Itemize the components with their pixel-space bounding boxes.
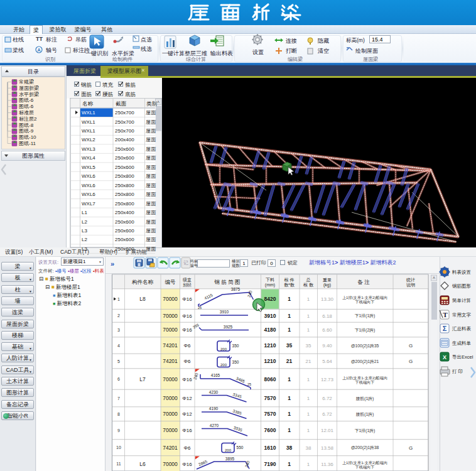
svg-text:屋面: 屋面: [146, 155, 156, 161]
svg-text:根 件: 根 件: [284, 278, 295, 283]
svg-text:1210: 1210: [264, 358, 276, 364]
svg-text:25: 25: [198, 306, 202, 310]
svg-text:6.18: 6.18: [322, 313, 332, 319]
svg-text:250x800: 250x800: [115, 192, 134, 197]
svg-text:3925: 3925: [224, 325, 233, 329]
svg-text:屋面: 屋面: [146, 228, 156, 234]
svg-text:250x600: 250x600: [115, 228, 134, 234]
svg-text:1: 1: [307, 313, 310, 319]
svg-text:1: 1: [288, 327, 291, 333]
svg-text:250x600: 250x600: [115, 246, 134, 252]
svg-text:WXL6: WXL6: [82, 173, 95, 179]
svg-text:WXL4: WXL4: [82, 155, 95, 161]
svg-text:总: 总: [306, 278, 311, 282]
svg-text:L2: L2: [82, 219, 87, 225]
svg-text:WXL2: WXL2: [82, 137, 95, 143]
svg-text:(kg): (kg): [323, 283, 331, 288]
svg-text:WXL5: WXL5: [82, 165, 95, 170]
svg-text:屋面: 屋面: [146, 210, 156, 215]
svg-text:级直: 级直: [183, 278, 192, 282]
svg-text:4270: 4270: [210, 423, 219, 428]
svg-text:屋面: 屋面: [146, 173, 156, 179]
svg-text:4180: 4180: [264, 327, 276, 333]
svg-text:˄: ˄: [157, 100, 160, 104]
svg-text:1: 1: [288, 376, 291, 382]
svg-text:WXL3: WXL3: [82, 146, 95, 152]
svg-text:21: 21: [306, 359, 311, 364]
svg-text:250x800: 250x800: [115, 201, 134, 207]
svg-text:70000: 70000: [163, 395, 178, 401]
svg-text:下线端向下: 下线端向下: [355, 300, 375, 305]
svg-text:WXL6: WXL6: [82, 192, 95, 197]
svg-text:屋面: 屋面: [146, 128, 156, 134]
svg-text:1: 1: [288, 427, 291, 433]
svg-text:35: 35: [286, 342, 293, 349]
svg-text:70000: 70000: [163, 376, 178, 382]
svg-text:38: 38: [306, 445, 311, 451]
svg-text:WXL1: WXL1: [82, 128, 95, 134]
svg-text:1: 1: [307, 411, 310, 417]
svg-text:1: 1: [307, 428, 310, 433]
svg-text:250x600: 250x600: [115, 219, 134, 225]
svg-text:下线端向下: 下线端向下: [355, 465, 375, 470]
svg-text:编号: 编号: [165, 279, 176, 285]
svg-text:1: 1: [288, 296, 291, 302]
svg-text:G: G: [409, 343, 413, 349]
svg-text:X: X: [443, 354, 446, 360]
svg-text:腰筋(1跨): 腰筋(1跨): [356, 396, 374, 401]
svg-text:8420: 8420: [264, 296, 276, 302]
svg-text:7570: 7570: [264, 395, 276, 401]
svg-text:屋面: 屋面: [146, 119, 156, 125]
svg-text:重量: 重量: [323, 278, 332, 282]
svg-text:1: 1: [117, 297, 120, 301]
svg-text:根 数: 根 数: [303, 283, 314, 287]
svg-text:5: 5: [117, 359, 120, 364]
svg-text:屋面: 屋面: [146, 237, 156, 242]
svg-text:21: 21: [286, 358, 293, 364]
svg-text:Φ16: Φ16: [182, 428, 192, 433]
svg-text:11.36: 11.36: [321, 462, 333, 467]
svg-text:屋面: 屋面: [146, 219, 156, 225]
svg-text:3: 3: [117, 328, 120, 332]
svg-text:250x800: 250x800: [115, 183, 134, 188]
svg-text:@100(2)1跨35: @100(2)1跨35: [351, 344, 379, 349]
svg-text:250x800: 250x800: [115, 173, 134, 179]
svg-text:10: 10: [116, 445, 121, 450]
svg-text:钢 筋 简 图: 钢 筋 简 图: [214, 279, 240, 285]
svg-text:7600: 7600: [264, 427, 276, 433]
svg-text:G: G: [409, 359, 413, 364]
svg-text:250x700: 250x700: [115, 110, 134, 116]
svg-text:6.72: 6.72: [322, 396, 332, 401]
svg-text:1: 1: [307, 396, 310, 401]
svg-text:350: 350: [232, 344, 239, 348]
svg-text:屋面: 屋面: [146, 183, 156, 188]
svg-text:屋面: 屋面: [146, 110, 156, 116]
svg-text:T: T: [443, 311, 448, 318]
svg-text:下1排(2跨): 下1排(2跨): [355, 328, 375, 333]
svg-text:4190: 4190: [209, 406, 219, 411]
svg-text:构件名称: 构件名称: [132, 279, 154, 285]
svg-text:4165: 4165: [211, 373, 220, 377]
svg-text:Σ: Σ: [443, 325, 447, 332]
svg-text:1: 1: [288, 461, 291, 467]
svg-text:L1: L1: [82, 210, 87, 215]
svg-text:L3: L3: [82, 228, 87, 234]
svg-text:12.73: 12.73: [321, 377, 334, 382]
svg-text:74201: 74201: [163, 358, 178, 364]
svg-text:下线端向下: 下线端向下: [355, 380, 375, 385]
svg-text:9.40: 9.40: [322, 343, 332, 349]
svg-text:@200(2)1跨38: @200(2)1跨38: [351, 445, 379, 450]
svg-text:WXL7: WXL7: [82, 201, 95, 207]
svg-text:1: 1: [307, 462, 310, 467]
svg-text:屋面: 屋面: [146, 201, 156, 207]
svg-text:Φ6: Φ6: [184, 343, 191, 349]
svg-text:250x600: 250x600: [115, 155, 134, 161]
svg-text:腰筋(1跨): 腰筋(1跨): [356, 412, 374, 417]
svg-text:8: 8: [117, 412, 120, 416]
svg-text:1: 1: [307, 377, 310, 382]
svg-text:屋面: 屋面: [146, 146, 156, 152]
svg-text:1: 1: [288, 411, 291, 417]
svg-text:Φ6: Φ6: [184, 359, 191, 364]
svg-text:200x400: 200x400: [115, 137, 134, 143]
svg-text:别径: 别径: [183, 283, 192, 288]
